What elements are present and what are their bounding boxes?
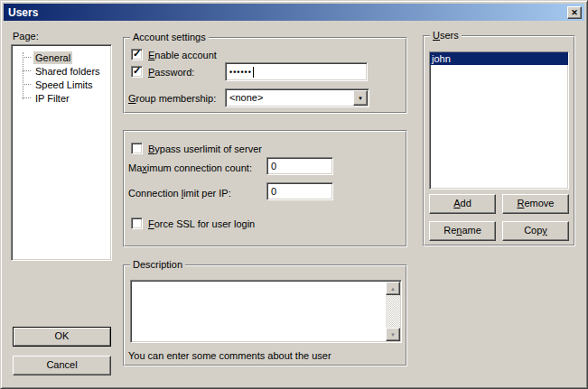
scroll-down-icon[interactable]: ▼ <box>386 328 400 341</box>
chevron-down-icon[interactable]: ▼ <box>353 90 368 106</box>
tree-item-label[interactable]: IP Filter <box>33 92 71 105</box>
page-tree[interactable]: General Shared folders Speed Limits IP F… <box>11 44 112 261</box>
copy-button[interactable]: Copy <box>502 221 569 241</box>
force-ssl-label: Force SSL for user login <box>148 218 255 229</box>
limits-group: Bypass userlimit of server Maximum conne… <box>123 130 407 247</box>
close-icon[interactable]: ✕ <box>567 6 582 19</box>
connection-limit-ip-value: 0 <box>271 186 276 197</box>
scroll-up-icon[interactable]: ▲ <box>386 282 400 295</box>
check-icon: ✓ <box>133 48 141 60</box>
password-row: ✓ Password: <box>131 66 194 78</box>
connection-limit-ip-label: Connection limit per IP: <box>128 188 231 199</box>
max-connection-label: Maximum connection count: <box>128 162 252 173</box>
tree-item-label[interactable]: Shared folders <box>33 65 102 78</box>
tree-item-label[interactable]: Speed Limits <box>33 79 95 91</box>
ok-button[interactable]: OK <box>13 327 111 347</box>
tree-item-shared-folders[interactable]: Shared folders <box>14 64 102 78</box>
description-scrollbar[interactable]: ▲ ▼ <box>386 282 400 341</box>
check-icon: ✓ <box>133 65 141 77</box>
remove-button[interactable]: Remove <box>502 194 569 214</box>
tree-item-speed-limits[interactable]: Speed Limits <box>14 78 95 91</box>
group-membership-label: Group membership: <box>128 93 216 104</box>
description-title: Description <box>130 259 185 270</box>
title-bar: Users ✕ <box>4 4 584 21</box>
bypass-userlimit-checkbox[interactable] <box>131 143 143 154</box>
force-ssl-row: Force SSL for user login <box>131 218 255 229</box>
password-checkbox[interactable]: ✓ <box>131 66 143 78</box>
tree-item-ip-filter[interactable]: IP Filter <box>14 91 71 105</box>
enable-account-label: Enable account <box>148 50 217 60</box>
connection-limit-ip-input[interactable]: 0 <box>266 182 333 200</box>
tree-item-general[interactable]: General <box>14 51 72 64</box>
enable-account-checkbox[interactable]: ✓ <box>131 49 143 60</box>
cancel-button[interactable]: Cancel <box>13 356 111 375</box>
tree-item-label[interactable]: General <box>33 51 72 64</box>
users-dialog: Users ✕ Page: General Shared folders Spe… <box>0 0 588 389</box>
text-caret <box>253 67 254 78</box>
description-hint: You can enter some comments about the us… <box>128 350 331 361</box>
max-connection-value: 0 <box>271 161 276 171</box>
max-connection-input[interactable]: 0 <box>266 157 333 175</box>
page-label: Page: <box>13 31 39 42</box>
force-ssl-checkbox[interactable] <box>131 218 143 229</box>
password-value: •••••• <box>229 68 252 77</box>
users-listbox[interactable]: john <box>429 51 569 190</box>
list-item-john[interactable]: john <box>430 52 568 65</box>
password-label: Password: <box>148 67 194 78</box>
account-settings-group: Account settings ✓ Enable account ✓ Pass… <box>123 37 407 114</box>
account-settings-title: Account settings <box>130 32 209 42</box>
password-input[interactable]: •••••• <box>225 62 368 81</box>
rename-button[interactable]: Rename <box>429 221 496 241</box>
window-title: Users <box>6 6 38 19</box>
description-textarea[interactable]: ▲ ▼ <box>130 280 402 343</box>
description-group: Description ▲ ▼ You can enter some comme… <box>123 264 407 366</box>
add-button[interactable]: Add <box>429 194 496 214</box>
group-membership-value: <none> <box>229 92 263 103</box>
bypass-userlimit-label: Bypass userlimit of server <box>148 144 262 154</box>
enable-account-row: ✓ Enable account <box>131 49 217 60</box>
group-membership-select[interactable]: <none> ▼ <box>225 88 369 107</box>
bypass-userlimit-row: Bypass userlimit of server <box>131 143 262 154</box>
users-group: Users john Add Remove Rename Copy <box>423 35 575 246</box>
users-group-title: Users <box>430 30 462 41</box>
